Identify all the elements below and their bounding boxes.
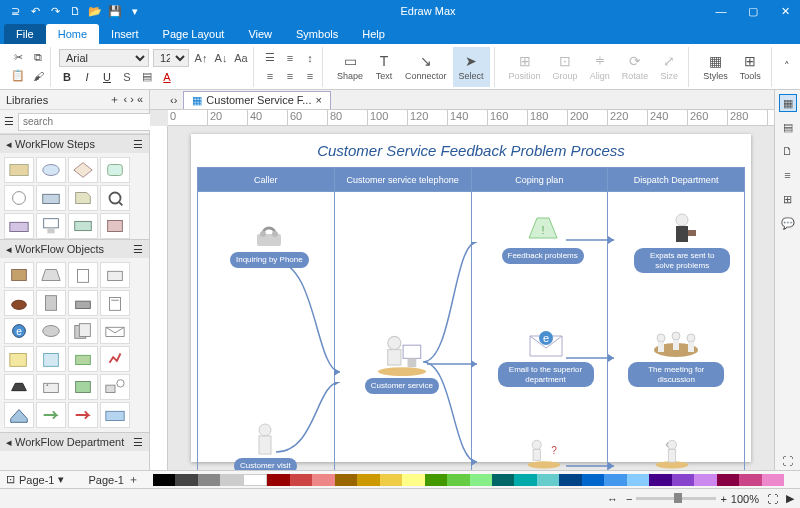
- shape-item[interactable]: [68, 402, 98, 428]
- bold-icon[interactable]: B: [59, 69, 75, 85]
- shape-item[interactable]: [36, 185, 66, 211]
- shape-item[interactable]: [36, 318, 66, 344]
- bullets-icon[interactable]: ☰: [262, 50, 278, 66]
- lib-nav-icon[interactable]: ‹ ›: [123, 93, 133, 105]
- shape-item[interactable]: [100, 318, 130, 344]
- rail-page-icon[interactable]: 🗋: [779, 142, 797, 160]
- tab-file[interactable]: File: [4, 24, 46, 44]
- zoom-control[interactable]: − + 100%: [626, 493, 759, 505]
- redo-icon[interactable]: ↷: [48, 4, 62, 18]
- node-expats[interactable]: Expats are sent to solve problems: [634, 212, 730, 273]
- zoom-in-icon[interactable]: +: [720, 493, 726, 505]
- format-painter-icon[interactable]: 🖌: [30, 68, 46, 84]
- rail-comment-icon[interactable]: 💬: [779, 214, 797, 232]
- align-left-icon[interactable]: ≡: [262, 68, 278, 84]
- rail-data-icon[interactable]: ⊞: [779, 190, 797, 208]
- shape-item[interactable]: [4, 262, 34, 288]
- text-button[interactable]: TText: [369, 47, 399, 87]
- page-tab[interactable]: Page-1: [19, 474, 54, 486]
- node-service[interactable]: Customer service: [365, 332, 439, 394]
- new-icon[interactable]: 🗋: [68, 4, 82, 18]
- align-center-icon[interactable]: ≡: [282, 68, 298, 84]
- qat-more-icon[interactable]: ▾: [128, 4, 142, 18]
- section-workflow-objects[interactable]: ◂ WorkFlow Objects☰: [0, 240, 149, 258]
- document-tab[interactable]: ▦ Customer Service F... ×: [183, 91, 331, 109]
- lane-header[interactable]: Coping plan: [472, 168, 608, 192]
- tab-home[interactable]: Home: [46, 24, 99, 44]
- rail-layers-icon[interactable]: ≡: [779, 166, 797, 184]
- node-meeting[interactable]: The meeting for discussion: [628, 326, 724, 387]
- shape-item[interactable]: [68, 346, 98, 372]
- rail-fullscreen-icon[interactable]: ⛶: [779, 452, 797, 470]
- library-search-input[interactable]: [18, 113, 155, 131]
- shape-item[interactable]: [36, 157, 66, 183]
- shape-item[interactable]: [68, 213, 98, 239]
- node-inquiring[interactable]: Inquiring by Phone: [230, 216, 309, 268]
- shape-item[interactable]: [68, 185, 98, 211]
- shape-item[interactable]: [68, 157, 98, 183]
- shape-button[interactable]: ▭Shape: [331, 47, 369, 87]
- connector-button[interactable]: ↘Connector: [399, 47, 453, 87]
- maximize-button[interactable]: ▢: [738, 0, 768, 22]
- lib-collapse-icon[interactable]: «: [137, 93, 143, 105]
- shape-item[interactable]: [4, 213, 34, 239]
- close-tab-icon[interactable]: ×: [315, 94, 321, 106]
- decrease-font-icon[interactable]: A↓: [213, 50, 229, 66]
- shape-item[interactable]: [4, 185, 34, 211]
- shape-item[interactable]: [4, 374, 34, 400]
- shape-item[interactable]: [4, 290, 34, 316]
- align-button[interactable]: ⫩Align: [584, 47, 616, 87]
- shape-item[interactable]: [100, 346, 130, 372]
- font-color-icon[interactable]: A: [159, 69, 175, 85]
- fit-page-icon[interactable]: ⛶: [767, 493, 778, 505]
- cut-icon[interactable]: ✂: [10, 50, 26, 66]
- tab-symbols[interactable]: Symbols: [284, 24, 350, 44]
- section-workflow-department[interactable]: ◂ WorkFlow Department☰: [0, 433, 149, 451]
- copy-icon[interactable]: ⧉: [30, 50, 46, 66]
- align-right-icon[interactable]: ≡: [302, 68, 318, 84]
- rotate-button[interactable]: ⟳Rotate: [616, 47, 655, 87]
- node-visit[interactable]: Customer visit: [234, 422, 297, 470]
- size-button[interactable]: ⤢Size: [654, 47, 684, 87]
- lane-header[interactable]: Customer service telephone: [335, 168, 471, 192]
- fit-width-icon[interactable]: ↔: [607, 493, 618, 505]
- shape-item[interactable]: [4, 402, 34, 428]
- tab-page-layout[interactable]: Page Layout: [151, 24, 237, 44]
- page-list-icon[interactable]: ⊡: [6, 473, 15, 486]
- shape-item[interactable]: [100, 185, 130, 211]
- close-button[interactable]: ✕: [770, 0, 800, 22]
- shape-item[interactable]: [100, 213, 130, 239]
- rail-properties-icon[interactable]: ▤: [779, 118, 797, 136]
- shape-item[interactable]: [100, 290, 130, 316]
- undo-icon[interactable]: ↶: [28, 4, 42, 18]
- styles-button[interactable]: ▦Styles: [697, 47, 734, 87]
- shape-item[interactable]: [68, 290, 98, 316]
- font-size-select[interactable]: 12: [153, 49, 189, 67]
- highlight-icon[interactable]: ▤: [139, 69, 155, 85]
- italic-icon[interactable]: I: [79, 69, 95, 85]
- spacing-icon[interactable]: ↕: [302, 50, 318, 66]
- save-icon[interactable]: 💾: [108, 4, 122, 18]
- shape-item[interactable]: [68, 374, 98, 400]
- node-feedback[interactable]: ! Feedback problems: [502, 212, 584, 264]
- underline-icon[interactable]: U: [99, 69, 115, 85]
- position-button[interactable]: ⊞Position: [503, 47, 547, 87]
- lane-header[interactable]: Caller: [198, 168, 334, 192]
- strike-icon[interactable]: S: [119, 69, 135, 85]
- shape-item[interactable]: [100, 374, 130, 400]
- shape-item[interactable]: [36, 262, 66, 288]
- node-email[interactable]: e Email to the superior department: [498, 326, 594, 387]
- shape-item[interactable]: [36, 290, 66, 316]
- shape-item[interactable]: [100, 402, 130, 428]
- presentation-icon[interactable]: ▶: [786, 492, 794, 505]
- shape-item[interactable]: [4, 346, 34, 372]
- ribbon-collapse-icon[interactable]: ˄: [780, 59, 794, 75]
- page[interactable]: Customer Service Feedback Problem Proces…: [191, 134, 751, 462]
- paste-icon[interactable]: 📋: [10, 68, 26, 84]
- canvas[interactable]: Customer Service Feedback Problem Proces…: [168, 126, 774, 470]
- shape-item[interactable]: [36, 346, 66, 372]
- minimize-button[interactable]: —: [706, 0, 736, 22]
- shape-item[interactable]: [68, 318, 98, 344]
- page-menu-icon[interactable]: ▾: [58, 473, 64, 486]
- font-select[interactable]: Arial: [59, 49, 149, 67]
